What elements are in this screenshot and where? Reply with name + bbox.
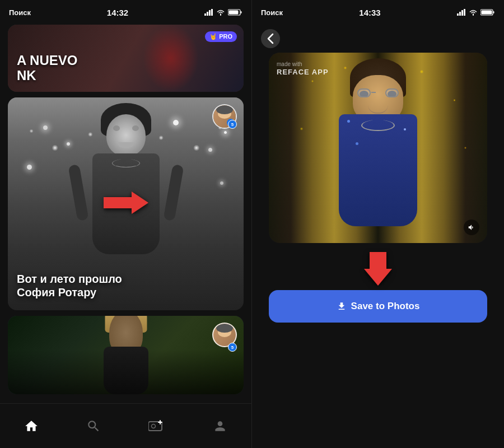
- svg-rect-6: [228, 11, 238, 15]
- right-status-icons: [457, 8, 495, 16]
- down-arrow-container: [364, 252, 392, 286]
- battery-icon: [228, 8, 242, 16]
- right-status-bar: Поиск 14:33: [252, 0, 504, 25]
- video-content: made with REFACE APP: [269, 53, 487, 243]
- back-button[interactable]: [261, 29, 280, 48]
- profile-icon: [213, 419, 227, 433]
- left-status-time: 14:32: [107, 8, 128, 17]
- pro-badge: 🤘 PRO: [205, 31, 237, 42]
- signal-icon: [204, 9, 213, 16]
- nav-add[interactable]: [148, 419, 165, 433]
- avatar-badge-count: 5: [228, 120, 237, 129]
- left-panel: Поиск 14:32: [0, 0, 252, 448]
- save-button-label: Save to Photos: [351, 301, 420, 312]
- search-nav-icon: [86, 419, 101, 433]
- right-status-left: Поиск: [261, 8, 283, 17]
- svg-rect-13: [464, 9, 465, 16]
- red-arrow-right: [104, 192, 148, 216]
- volume-icon: [468, 223, 475, 231]
- head: [106, 114, 146, 156]
- svg-marker-7: [104, 192, 148, 214]
- svg-marker-17: [364, 252, 392, 286]
- right-wifi-icon: [469, 9, 478, 16]
- bokeh-dot: [27, 165, 32, 170]
- back-arrow-icon: [267, 33, 274, 44]
- svg-rect-12: [461, 10, 463, 16]
- svg-rect-16: [481, 11, 492, 15]
- card-main[interactable]: 5 Вот и лето прошло София Ротару: [8, 97, 244, 310]
- card-bottom[interactable]: 5: [8, 316, 244, 394]
- down-arrow-icon: [364, 252, 392, 286]
- card-bottom-avatar-count: 5: [228, 343, 237, 352]
- card-top[interactable]: A NUEVO NK 🤘 PRO: [8, 25, 244, 92]
- video-card[interactable]: made with REFACE APP: [269, 53, 487, 243]
- svg-rect-5: [240, 11, 241, 13]
- svg-rect-15: [493, 11, 494, 13]
- nav-profile[interactable]: [213, 419, 227, 433]
- svg-rect-1: [207, 12, 208, 16]
- nav-home[interactable]: [24, 419, 39, 433]
- bokeh-dot: [208, 148, 212, 152]
- right-signal-icon: [457, 9, 466, 16]
- add-photo-icon: [148, 419, 165, 433]
- card-main-caption: Вот и лето прошло София Ротару: [17, 272, 235, 299]
- left-status-left: Поиск: [9, 8, 31, 17]
- svg-rect-10: [457, 13, 459, 16]
- svg-rect-2: [209, 10, 211, 16]
- home-icon: [24, 419, 39, 433]
- bottom-nav: [0, 403, 251, 448]
- wifi-icon: [216, 9, 225, 16]
- left-status-bar: Поиск 14:32: [0, 0, 251, 25]
- right-battery-icon: [480, 8, 495, 16]
- left-status-icons: [204, 8, 242, 16]
- svg-point-9: [152, 424, 156, 428]
- nav-search[interactable]: [86, 419, 101, 433]
- right-panel: Поиск 14:33: [252, 0, 504, 448]
- svg-rect-11: [459, 12, 461, 16]
- avatar-badge: 5: [212, 104, 237, 129]
- card-top-title: A NUEVO NK: [17, 53, 77, 83]
- sound-icon[interactable]: [464, 220, 479, 235]
- bokeh-dot: [224, 131, 227, 134]
- right-status-time: 14:33: [359, 8, 380, 17]
- save-to-photos-button[interactable]: Save to Photos: [269, 290, 487, 323]
- video-body: [339, 114, 417, 226]
- svg-rect-3: [211, 9, 213, 16]
- video-person: [269, 53, 487, 243]
- left-content: A NUEVO NK 🤘 PRO: [0, 25, 251, 394]
- right-top-nav: [252, 25, 504, 53]
- reface-watermark: made with REFACE APP: [277, 60, 329, 77]
- bokeh-dot: [220, 181, 223, 185]
- download-icon: [337, 301, 347, 311]
- svg-rect-0: [204, 13, 206, 16]
